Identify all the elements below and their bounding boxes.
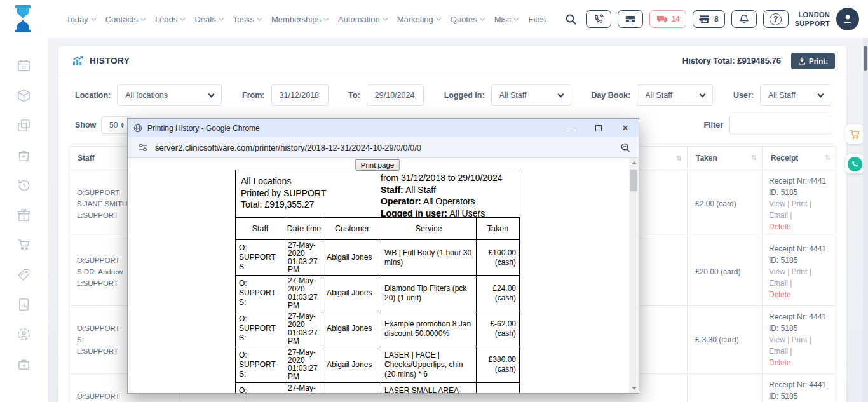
scroll-down-icon[interactable] (632, 387, 637, 390)
logged-in-label: Logged In: (444, 91, 485, 100)
chevron-down-icon (323, 15, 329, 20)
svg-text:12: 12 (22, 65, 27, 70)
maximize-button[interactable] (585, 119, 612, 137)
voucher-icon[interactable] (17, 267, 31, 282)
view-link[interactable]: View (769, 199, 785, 208)
avatar[interactable] (836, 8, 859, 30)
col-taken-label: Taken (696, 154, 717, 163)
print-button-label: Print: (809, 57, 828, 65)
print-table-row: O: SUPPORT S:27-May-2020 01:03:27 PMAbig… (236, 382, 520, 393)
summary-operator: All Operators (423, 196, 475, 206)
support-icon[interactable] (17, 327, 31, 342)
user-icon (841, 13, 854, 25)
chevron-down-icon (480, 15, 485, 20)
inbox-button[interactable] (618, 10, 643, 28)
left-sidebar: 12 (0, 38, 48, 402)
nav-marketing[interactable]: Marketing (397, 15, 440, 24)
print-link[interactable]: Print (792, 199, 808, 208)
to-date-input[interactable]: 29/10/2024 (367, 84, 424, 106)
help-button[interactable]: ? (763, 10, 789, 28)
location-select[interactable]: All locations (117, 84, 222, 106)
zoom-out-icon[interactable] (620, 142, 631, 153)
email-link[interactable]: Email (769, 279, 788, 288)
delete-link[interactable]: Delete (769, 221, 829, 232)
receipt-cell: Receipt Nr: 4441 ID: 5185 View | Print |… (763, 238, 836, 306)
calendar-icon[interactable]: 12 (17, 58, 31, 73)
search-icon[interactable] (565, 13, 577, 25)
url-text[interactable]: server2.clinicsoftware.com/printer/histo… (155, 143, 421, 152)
cart-icon[interactable] (17, 238, 31, 252)
nav-files[interactable]: Files (528, 15, 545, 24)
print-table-row: O: SUPPORT S:27-May-2020 01:03:27 PMAbig… (236, 347, 520, 382)
copy-icon[interactable] (17, 118, 31, 133)
user-label: User: (733, 91, 754, 100)
col-taken[interactable]: ⇅Taken (688, 147, 763, 170)
print-link[interactable]: Print (792, 335, 808, 344)
chevron-down-icon (700, 91, 706, 98)
chevron-down-icon (818, 91, 824, 98)
email-link[interactable]: Email (769, 211, 788, 220)
scrollbar-thumb[interactable] (864, 46, 867, 71)
account-line1: LONDON (795, 10, 830, 19)
scroll-up-icon[interactable] (632, 161, 637, 164)
history-icon[interactable] (17, 178, 31, 192)
print-link[interactable]: Print (792, 267, 808, 276)
nav-label: Automation (338, 15, 380, 24)
delete-link[interactable]: Delete (769, 289, 829, 300)
print-table-row: O: SUPPORT S:27-May-2020 01:03:27 PMAbig… (236, 311, 520, 347)
email-link[interactable]: Email (769, 347, 788, 356)
receipt-nr: Receipt Nr: 4441 (769, 175, 829, 187)
popup-title: Printing History - Google Chrome (147, 124, 260, 133)
close-button[interactable]: ✕ (612, 119, 639, 137)
nav-memberships[interactable]: Memberships (271, 15, 327, 24)
store-button[interactable]: 8 (693, 10, 725, 28)
app-logo-icon[interactable] (11, 4, 34, 36)
print-button[interactable]: Print: (791, 53, 835, 69)
popup-url-bar[interactable]: server2.clinicsoftware.com/printer/histo… (128, 137, 639, 158)
receipt-cell: Receipt Nr: 4441 ID: 5185 View | Print |… (763, 170, 836, 238)
user-select[interactable]: All Staff (760, 84, 831, 106)
col-receipt[interactable]: ⇅Receipt (763, 147, 836, 170)
popup-scrollbar[interactable] (629, 158, 639, 393)
location-label: Location: (75, 91, 111, 100)
page-scrollbar[interactable] (863, 38, 868, 402)
view-link[interactable]: View (769, 267, 785, 276)
history-total: History Total: £919485.76 (682, 56, 781, 65)
from-date-value: 31/12/2018 (280, 91, 320, 100)
nav-tasks[interactable]: Tasks (233, 15, 261, 24)
gift-icon[interactable] (17, 208, 31, 222)
logged-in-value: All Staff (499, 91, 527, 100)
phone-button[interactable] (586, 10, 611, 28)
user-value: All Staff (768, 91, 796, 100)
logged-in-select[interactable]: All Staff (491, 84, 571, 106)
filter-input[interactable] (729, 116, 831, 135)
popup-scrollbar-thumb[interactable] (630, 170, 637, 191)
nav-quotes[interactable]: Quotes (451, 15, 484, 24)
minimize-button[interactable] (559, 119, 585, 137)
nav-contacts[interactable]: Contacts (105, 15, 144, 24)
popup-title-bar[interactable]: Printing History - Google Chrome ✕ (128, 119, 639, 137)
nav-automation[interactable]: Automation (338, 15, 386, 24)
products-icon[interactable] (17, 88, 31, 103)
chat-button[interactable]: 14 (649, 10, 686, 28)
notifications-button[interactable] (731, 10, 757, 28)
summary-printed-by: Printed by SUPPORT (241, 187, 326, 199)
cart-float-button[interactable] (845, 124, 864, 144)
account-line2: SUPPORT (795, 19, 830, 28)
chart-icon (72, 56, 83, 66)
case-icon[interactable] (17, 357, 31, 372)
delete-link[interactable]: Delete (769, 357, 829, 368)
p-col-customer: Customer (323, 218, 381, 240)
from-date-input[interactable]: 31/12/2018 (271, 84, 329, 106)
day-book-select[interactable]: All Staff (637, 84, 713, 106)
nav-deals[interactable]: Deals (194, 15, 222, 24)
phone-float-button[interactable] (845, 154, 864, 173)
bag-icon[interactable] (17, 148, 31, 163)
nav-misc[interactable]: Misc (494, 15, 518, 24)
top-bar: Today Contacts Leads Deals Tasks Members… (0, 0, 868, 38)
view-link[interactable]: View (769, 335, 785, 344)
page-info-icon[interactable] (138, 142, 148, 152)
nav-leads[interactable]: Leads (155, 15, 184, 24)
nav-today[interactable]: Today (66, 15, 95, 24)
reports-icon[interactable] (17, 297, 31, 312)
